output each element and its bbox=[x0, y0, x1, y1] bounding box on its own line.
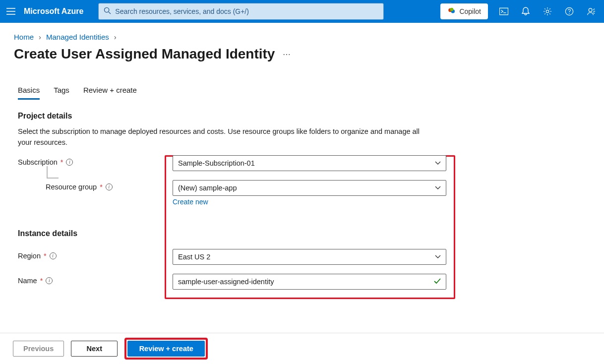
section-description-project: Select the subscription to manage deploy… bbox=[18, 126, 434, 148]
required-indicator: * bbox=[44, 252, 47, 260]
chevron-right-icon: › bbox=[114, 33, 117, 41]
svg-point-13 bbox=[589, 8, 592, 11]
tab-basics[interactable]: Basics bbox=[18, 86, 40, 100]
svg-line-4 bbox=[109, 11, 111, 13]
required-indicator: * bbox=[40, 277, 43, 285]
highlight-annotation: Review + create bbox=[124, 338, 208, 360]
svg-rect-1 bbox=[6, 11, 15, 12]
checkmark-icon bbox=[434, 278, 441, 286]
tabs: Basics Tags Review + create bbox=[0, 62, 604, 100]
breadcrumb: Home › Managed Identities › bbox=[0, 23, 604, 41]
subscription-label: Subscription * i bbox=[18, 155, 173, 166]
subscription-select[interactable]: Sample-Subscription-01 bbox=[173, 155, 446, 171]
required-indicator: * bbox=[60, 158, 63, 166]
next-button[interactable]: Next bbox=[71, 341, 118, 357]
chevron-down-icon bbox=[435, 186, 441, 190]
chevron-down-icon bbox=[435, 255, 441, 259]
global-search[interactable] bbox=[98, 3, 384, 20]
svg-rect-8 bbox=[499, 8, 508, 15]
info-icon[interactable]: i bbox=[66, 159, 73, 166]
footer-actions: Previous Next Review + create bbox=[0, 333, 604, 364]
svg-rect-2 bbox=[6, 14, 15, 15]
region-value: East US 2 bbox=[178, 253, 210, 261]
brand-label[interactable]: Microsoft Azure bbox=[20, 7, 92, 16]
section-heading-instance: Instance details bbox=[18, 229, 456, 238]
name-input[interactable]: sample-user-assigned-identity bbox=[173, 274, 446, 290]
resource-group-select[interactable]: (New) sample-app bbox=[173, 180, 446, 196]
review-create-button[interactable]: Review + create bbox=[127, 341, 205, 357]
previous-button: Previous bbox=[13, 341, 64, 357]
info-icon[interactable]: i bbox=[106, 183, 113, 190]
svg-point-12 bbox=[569, 13, 570, 14]
resource-group-label: Resource group * i bbox=[46, 180, 173, 191]
info-icon[interactable]: i bbox=[46, 277, 53, 284]
chevron-down-icon bbox=[435, 161, 441, 165]
settings-gear-icon[interactable] bbox=[537, 0, 558, 23]
copilot-button[interactable]: Copilot bbox=[440, 3, 488, 19]
tab-review-create[interactable]: Review + create bbox=[83, 86, 137, 100]
tab-tags[interactable]: Tags bbox=[54, 86, 69, 100]
svg-point-3 bbox=[105, 7, 109, 12]
required-indicator: * bbox=[100, 183, 103, 191]
form-content: Project details Select the subscription … bbox=[0, 100, 456, 290]
chevron-right-icon: › bbox=[39, 33, 41, 41]
help-icon[interactable] bbox=[558, 0, 580, 23]
cloud-shell-icon[interactable] bbox=[493, 0, 515, 23]
svg-rect-0 bbox=[6, 8, 15, 9]
info-icon[interactable]: i bbox=[50, 252, 57, 259]
hamburger-menu-icon[interactable] bbox=[2, 0, 20, 23]
search-icon bbox=[104, 7, 111, 16]
region-label: Region * i bbox=[18, 249, 173, 260]
copilot-label: Copilot bbox=[459, 7, 481, 15]
subscription-value: Sample-Subscription-01 bbox=[178, 159, 255, 167]
notifications-icon[interactable] bbox=[515, 0, 537, 23]
top-bar: Microsoft Azure Copilot bbox=[0, 0, 604, 23]
search-input[interactable] bbox=[115, 7, 378, 15]
page-title: Create User Assigned Managed Identity bbox=[14, 46, 275, 62]
feedback-icon[interactable] bbox=[580, 0, 602, 23]
breadcrumb-managed-identities[interactable]: Managed Identities bbox=[46, 33, 109, 41]
region-select[interactable]: East US 2 bbox=[173, 249, 446, 265]
svg-point-10 bbox=[546, 10, 548, 12]
name-value: sample-user-assigned-identity bbox=[178, 278, 274, 286]
more-actions-icon[interactable]: ⋯ bbox=[283, 50, 291, 59]
svg-point-7 bbox=[450, 7, 454, 11]
name-label: Name * i bbox=[18, 274, 173, 285]
section-heading-project: Project details bbox=[18, 112, 456, 121]
resource-group-value: (New) sample-app bbox=[178, 184, 237, 192]
create-new-link[interactable]: Create new bbox=[173, 198, 208, 206]
top-toolbar-icons bbox=[493, 0, 602, 23]
breadcrumb-home[interactable]: Home bbox=[14, 33, 34, 41]
copilot-icon bbox=[447, 6, 456, 17]
